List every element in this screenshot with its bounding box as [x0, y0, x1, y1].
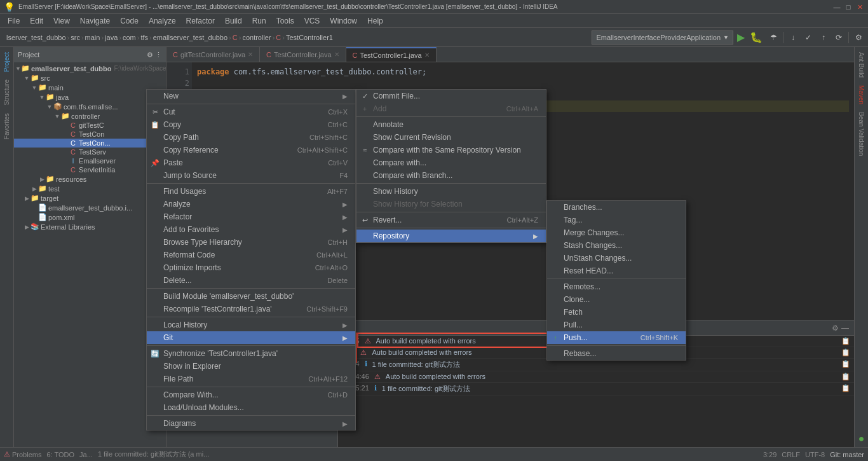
git-cm-repository[interactable]: Repository ▶ [356, 230, 546, 242]
tab-close-btn[interactable]: ✕ [334, 51, 339, 58]
debug-button[interactable]: 🐛 [750, 31, 763, 43]
line-separator[interactable]: CRLF [782, 451, 800, 458]
menu-item-view[interactable]: View [48, 14, 75, 28]
tree-item-servlet[interactable]: C ServletInitia [14, 165, 166, 174]
repo-cm-merge[interactable]: Merge Changes... [547, 226, 686, 239]
repo-cm-clone[interactable]: Clone... [547, 293, 686, 306]
cm-git[interactable]: Git ▶ [147, 331, 355, 344]
menu-item-code[interactable]: Code [115, 14, 144, 28]
cm-copy-reference[interactable]: Copy Reference Ctrl+Alt+Shift+C [147, 144, 355, 156]
log-action-icon[interactable]: 📋 [841, 360, 850, 368]
tree-item-test[interactable]: ▶ 📁 test [14, 184, 166, 193]
breadcrumb-item[interactable]: emallserver_test_dubbo [153, 34, 227, 41]
bean-validation-sidebar-btn[interactable]: Bean Validation [857, 109, 866, 158]
coverage-button[interactable]: ☂ [766, 31, 780, 45]
vc-settings-btn[interactable]: ⚙ [832, 324, 839, 333]
commit-btn[interactable]: ✓ [801, 31, 815, 45]
tab-close-btn[interactable]: ✕ [248, 51, 253, 58]
history-btn[interactable]: ⟳ [832, 31, 846, 45]
tree-item-package[interactable]: ▼ 📦 com.tfs.emallse... [14, 102, 166, 111]
cm-copy[interactable]: 📋Copy Ctrl+C [147, 118, 355, 131]
project-sidebar-btn[interactable]: Project [2, 50, 11, 74]
cm-synchronize[interactable]: 🔄Synchronize 'TestController1.java' [147, 347, 355, 360]
tree-item-main[interactable]: ▼ 📁 main [14, 83, 166, 92]
log-action-icon[interactable]: 📋 [841, 384, 850, 392]
close-btn[interactable]: ✕ [855, 3, 864, 11]
push-btn[interactable]: ↑ [817, 31, 831, 45]
vc-minimize-btn[interactable]: — [841, 324, 849, 333]
tree-item-emallserver[interactable]: I Emallserver [14, 156, 166, 165]
menu-item-navigate[interactable]: Navigate [75, 14, 115, 28]
breadcrumb-item[interactable]: C [276, 34, 281, 41]
cm-show-in-explorer[interactable]: Show in Explorer [147, 360, 355, 373]
cm-compare-with[interactable]: Compare With... Ctrl+D [147, 389, 355, 401]
menu-item-build[interactable]: Build [220, 14, 247, 28]
problems-status[interactable]: ⚠ Problems [4, 450, 41, 458]
maximize-btn[interactable]: □ [844, 3, 853, 11]
cm-reformat-code[interactable]: Reformat Code Ctrl+Alt+L [147, 249, 355, 261]
favorites-sidebar-btn[interactable]: Favorites [2, 111, 11, 142]
cm-jump-to-source[interactable]: Jump to Source F4 [147, 169, 355, 182]
repo-cm-unstash[interactable]: UnStash Changes... [547, 252, 686, 265]
settings-btn[interactable]: ⚙ [851, 31, 865, 45]
todo-status[interactable]: 6: TODO [46, 451, 74, 458]
tree-item-java[interactable]: ▼ 📁 java [14, 92, 166, 102]
menu-item-analyze[interactable]: Analyze [144, 14, 181, 28]
tree-item-testcon1[interactable]: C TestCon... [14, 139, 166, 148]
git-cm-annotate[interactable]: Annotate [356, 118, 546, 131]
collapse-all-btn[interactable]: ⚙ [147, 51, 153, 59]
cm-build-module[interactable]: Build Module 'emallserver_test_dubbo' [147, 290, 355, 303]
run-config-dropdown[interactable]: EmallserverInterfaceProviderApplication … [592, 31, 733, 45]
tree-item-iml[interactable]: 📄 emallserver_test_dubbo.i... [14, 203, 166, 212]
repo-cm-remotes[interactable]: Remotes... [547, 280, 686, 293]
menu-item-tools[interactable]: Tools [271, 14, 299, 28]
tree-item-testcon[interactable]: C TestCon [14, 130, 166, 139]
repo-cm-tag[interactable]: Tag... [547, 214, 686, 226]
encoding[interactable]: UTF-8 [805, 451, 825, 458]
log-action-icon[interactable]: 📋 [841, 348, 850, 357]
tree-item-pom[interactable]: 📄 pom.xml [14, 212, 166, 222]
ant-build-sidebar-btn[interactable]: Ant Build [857, 50, 866, 80]
breadcrumb-item[interactable]: tfs [140, 34, 148, 41]
structure-sidebar-btn[interactable]: Structure [2, 77, 11, 108]
tree-item-controller[interactable]: ▼ 📁 controller [14, 111, 166, 121]
repo-cm-stash[interactable]: Stash Changes... [547, 239, 686, 252]
cm-analyze[interactable]: Analyze ▶ [147, 198, 355, 210]
repo-cm-reset-head[interactable]: Reset HEAD... [547, 265, 686, 277]
log-action-icon[interactable]: 📋 [841, 337, 850, 345]
cm-paste[interactable]: 📌Paste Ctrl+V [147, 156, 355, 169]
cm-browse-type-hierarchy[interactable]: Browse Type Hierarchy Ctrl+H [147, 236, 355, 249]
repo-cm-pull[interactable]: Pull... [547, 319, 686, 331]
tree-item-target[interactable]: ▶ 📁 target [14, 193, 166, 203]
breadcrumb-item[interactable]: src [71, 34, 80, 41]
log-action-icon[interactable]: 📋 [841, 373, 850, 381]
menu-item-vcs[interactable]: VCS [299, 14, 325, 28]
tab-gittestcontroller[interactable]: C gitTestController.java ✕ [166, 47, 260, 62]
menu-item-file[interactable]: File [3, 14, 25, 28]
minimize-btn[interactable]: — [832, 3, 841, 11]
tab-close-btn[interactable]: ✕ [424, 52, 430, 58]
cm-diagrams[interactable]: Diagrams ▶ [147, 417, 355, 430]
git-cm-show-history[interactable]: Show History [356, 185, 546, 198]
git-cm-compare-with[interactable]: Compare with... [356, 156, 546, 169]
cm-file-path[interactable]: File Path Ctrl+Alt+F12 [147, 373, 355, 385]
cm-add-to-favorites[interactable]: Add to Favorites ▶ [147, 223, 355, 236]
cm-optimize-imports[interactable]: Optimize Imports Ctrl+Alt+O [147, 261, 355, 274]
repo-cm-branches[interactable]: Branches... [547, 201, 686, 214]
run-button[interactable]: ▶ [737, 31, 745, 43]
tree-item-src[interactable]: ▼ 📁 src [14, 73, 166, 83]
breadcrumb-item[interactable]: main [85, 34, 100, 41]
cm-cut[interactable]: ✂Cut Ctrl+X [147, 106, 355, 118]
breadcrumb-item[interactable]: com [123, 34, 136, 41]
menu-item-window[interactable]: Window [325, 14, 362, 28]
cm-local-history[interactable]: Local History ▶ [147, 319, 355, 331]
update-project-btn[interactable]: ↓ [786, 31, 800, 45]
title-controls[interactable]: — □ ✕ [832, 3, 864, 11]
notification-icon[interactable]: ● [858, 433, 865, 444]
breadcrumb-item[interactable]: lserver_test_dubbo [6, 34, 66, 41]
java-status[interactable]: Ja... [79, 451, 93, 458]
tree-item-extlibs[interactable]: ▶ 📚 External Libraries [14, 222, 166, 231]
breadcrumb-item[interactable]: controller [242, 34, 271, 41]
git-cm-compare-branch[interactable]: Compare with Branch... [356, 169, 546, 182]
repo-cm-push[interactable]: ↑Push... Ctrl+Shift+K [547, 331, 686, 344]
